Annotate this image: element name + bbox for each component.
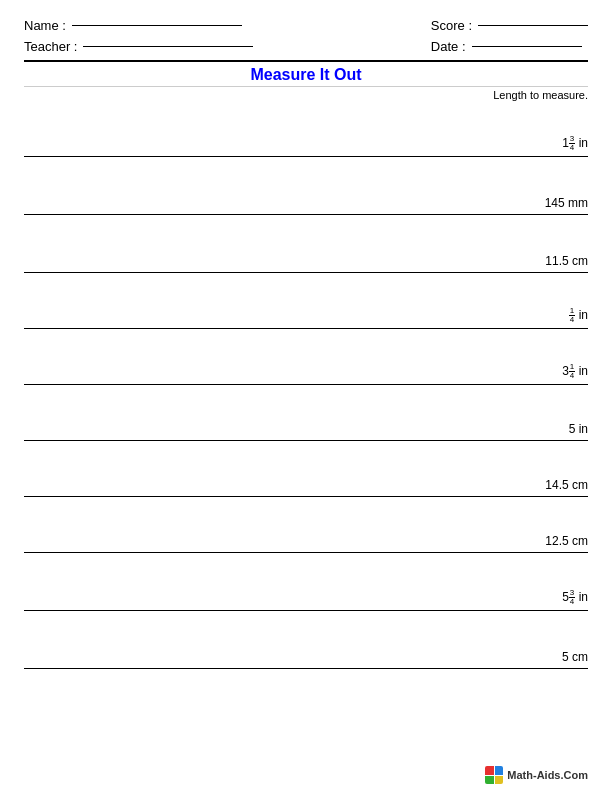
measure-row: 534 in <box>24 553 588 611</box>
measure-value: 12.5 cm <box>545 535 588 548</box>
logo-q2 <box>495 766 504 775</box>
logo-q3 <box>485 776 494 785</box>
measure-row: 14.5 cm <box>24 441 588 497</box>
teacher-row: Teacher : <box>24 39 253 54</box>
measure-row: 14 in <box>24 273 588 329</box>
measure-row: 145 mm <box>24 157 588 215</box>
measure-rows: 134 in 145 mm 11.5 cm 14 in 314 in <box>24 101 588 669</box>
logo-q1 <box>485 766 494 775</box>
measure-value: 534 in <box>562 589 588 606</box>
header-left: Name : Teacher : <box>24 18 253 54</box>
measure-value: 134 in <box>562 135 588 152</box>
measure-value: 11.5 cm <box>545 255 588 268</box>
date-label: Date : <box>431 39 466 54</box>
site-logo <box>485 766 503 784</box>
measure-row: 12.5 cm <box>24 497 588 553</box>
measure-row: 5 in <box>24 385 588 441</box>
date-line <box>472 46 582 47</box>
worksheet-title: Measure It Out <box>250 66 361 83</box>
logo-q4 <box>495 776 504 785</box>
measure-row: 134 in <box>24 101 588 157</box>
header: Name : Teacher : Score : Date : <box>24 18 588 54</box>
title-section: Measure It Out <box>24 60 588 87</box>
length-label: Length to measure. <box>24 89 588 101</box>
footer-site-name: Math-Aids.Com <box>507 769 588 781</box>
teacher-label: Teacher : <box>24 39 77 54</box>
measure-value: 145 mm <box>545 197 588 210</box>
measure-value: 5 cm <box>562 651 588 664</box>
measure-row: 5 cm <box>24 611 588 669</box>
measure-row: 11.5 cm <box>24 215 588 273</box>
measure-value: 14 in <box>569 307 588 324</box>
name-label: Name : <box>24 18 66 33</box>
score-row: Score : <box>431 18 588 33</box>
name-row: Name : <box>24 18 253 33</box>
name-line <box>72 25 242 26</box>
worksheet-page: Name : Teacher : Score : Date : Measure … <box>0 0 612 792</box>
footer: Math-Aids.Com <box>485 766 588 784</box>
header-right: Score : Date : <box>431 18 588 54</box>
score-line <box>478 25 588 26</box>
measure-value: 14.5 cm <box>545 479 588 492</box>
date-row: Date : <box>431 39 588 54</box>
measure-row: 314 in <box>24 329 588 385</box>
score-label: Score : <box>431 18 472 33</box>
measure-value: 5 in <box>569 423 588 436</box>
teacher-line <box>83 46 253 47</box>
measure-value: 314 in <box>562 363 588 380</box>
